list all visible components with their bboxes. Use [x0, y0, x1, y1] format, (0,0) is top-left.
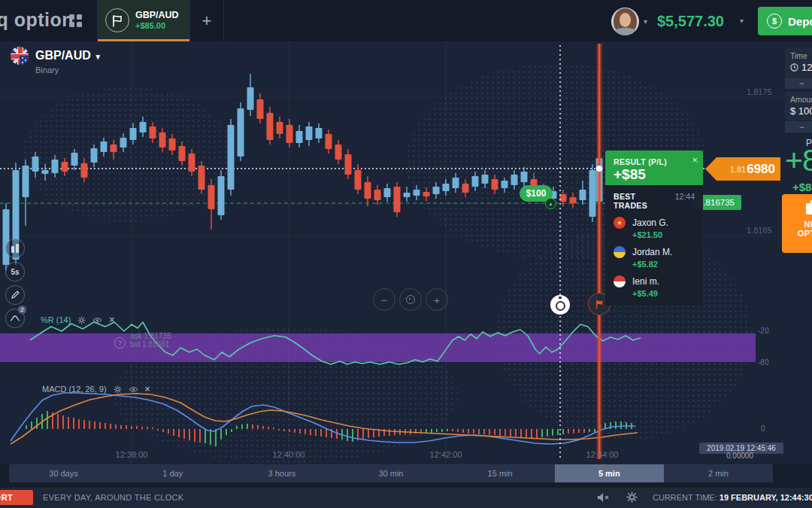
amount-widget[interactable]: Amount $ 100: [785, 92, 812, 120]
candle-body: [238, 108, 244, 157]
tab-gbp-aud[interactable]: GBP/AUD +$85.00: [98, 0, 189, 41]
zoom-in-button[interactable]: +: [426, 288, 448, 311]
timeframe-30-days[interactable]: 30 days: [9, 464, 118, 482]
timeframe-2-min[interactable]: 2 min: [664, 464, 773, 482]
current-time-value: 19 FEBRUARY, 12:44:30: [720, 493, 812, 502]
balance[interactable]: $5,577.30: [657, 13, 724, 30]
stopwatch-icon: [556, 301, 565, 311]
pair-name: GBP/AUD ▼: [35, 49, 102, 62]
result-panel: RESULT (P/L) × +$85 BEST TRADES 12:44 ★J…: [605, 151, 703, 306]
candle-body: [589, 170, 596, 217]
result-amount: +$85: [614, 166, 646, 183]
time-value: 12:45:00: [801, 62, 812, 73]
recenter-button[interactable]: [399, 288, 422, 311]
instrument-header[interactable]: GBP/AUD ▼ Binary: [11, 47, 102, 75]
balance-caret-icon[interactable]: ▾: [740, 17, 744, 25]
candle-body: [374, 190, 381, 200]
amount-minus-button[interactable]: −: [785, 121, 812, 132]
vietnam-flag-icon: ★: [614, 217, 626, 229]
candle-body: [101, 141, 108, 152]
candle-body: [423, 192, 430, 196]
candle-body: [296, 131, 303, 143]
timeframe-1-day[interactable]: 1 day: [118, 464, 227, 482]
timeframe-30-min[interactable]: 30 min: [336, 464, 445, 482]
best-trade-row: ★Jaxon G.+$21.50: [614, 217, 695, 239]
top-bar: iq option GBP/AUD +$85.00 + ▾ $5,577.30 …: [0, 0, 812, 42]
indonesia-flag-icon: [614, 275, 626, 287]
deposit-coin-icon: $: [767, 14, 782, 29]
best-trade-row: Jordan M.+$5.82: [614, 246, 695, 269]
amount-label: Amount: [790, 95, 812, 104]
current-price-dot: [596, 166, 602, 172]
settings-gear-icon[interactable]: [626, 491, 638, 506]
flag-pennant-icon: [105, 8, 129, 32]
amount-value: $ 100: [790, 105, 812, 117]
avatar-caret-icon[interactable]: ▾: [644, 17, 647, 26]
indicator-count-badge: 2: [18, 306, 26, 314]
candles-icon: [11, 244, 19, 253]
candle-body: [492, 179, 498, 190]
candle-body: [52, 160, 59, 173]
candle-body: [326, 134, 332, 149]
macd-settings-icon[interactable]: [114, 385, 122, 394]
candle-body: [453, 178, 459, 188]
macd-close-icon[interactable]: ×: [145, 384, 150, 394]
candle-body: [130, 128, 137, 140]
apps-grid-icon[interactable]: [69, 14, 82, 27]
trading-platform: iq option GBP/AUD +$85.00 + ▾ $5,577.30 …: [0, 0, 812, 508]
candle-body: [208, 185, 215, 209]
candle-body: [306, 126, 313, 140]
time-axis-label: 12:40:00: [273, 450, 305, 459]
candle-body: [42, 170, 49, 174]
time-minus-button[interactable]: −: [785, 78, 812, 89]
timeframe-3-hours[interactable]: 3 hours: [227, 464, 336, 482]
candle-body: [462, 184, 469, 193]
support-badge[interactable]: SUPPORT: [0, 490, 33, 505]
avatar[interactable]: [611, 8, 639, 35]
draw-tools-button[interactable]: [5, 285, 25, 305]
candle-body: [433, 187, 440, 194]
candle-body: [394, 187, 401, 212]
ukraine-flag-icon: [614, 246, 626, 258]
macd-indicator-header: MACD (12, 26, 9) ×: [42, 384, 150, 394]
timeframe-15-min[interactable]: 15 min: [446, 464, 555, 482]
purchase-time-marker: [550, 295, 570, 315]
crosshair-value: 0.00000: [726, 452, 753, 460]
candle-body: [414, 190, 420, 196]
close-icon[interactable]: ×: [692, 154, 698, 166]
time-axis-label: 12:44:00: [586, 450, 619, 459]
zoom-out-button[interactable]: −: [373, 288, 395, 311]
macd-axis-label: 0: [761, 424, 765, 433]
expiry-time-widget[interactable]: Time 12:45:00: [785, 48, 812, 77]
ask-bid-quote: ask 1.81735bid 1.81661: [130, 332, 171, 348]
chart-type-button[interactable]: [5, 239, 25, 258]
help-icon[interactable]: ?: [114, 337, 126, 348]
pair-dropdown-icon[interactable]: ▼: [94, 53, 102, 61]
time-axis-label: 12:38:00: [116, 450, 148, 459]
candle-interval-button[interactable]: 5s: [5, 262, 25, 281]
sound-muted-icon[interactable]: [597, 492, 609, 506]
wpr-close-icon[interactable]: ×: [109, 315, 114, 325]
pencil-icon: [11, 291, 20, 300]
wpr-visibility-icon[interactable]: [92, 317, 102, 324]
clock-icon: [790, 63, 798, 71]
deposit-button[interactable]: $ Deposit: [758, 7, 812, 35]
indicators-button[interactable]: 2: [5, 309, 25, 328]
candle-body: [521, 172, 528, 182]
candle-body: [404, 193, 411, 197]
price-axis-label: 1.8175: [747, 87, 772, 96]
candle-body: [286, 125, 293, 143]
timeframe-5-min[interactable]: 5 min: [555, 464, 664, 482]
gbp-aud-flag-icon: [11, 47, 29, 65]
candle-body: [140, 122, 147, 132]
result-header: RESULT (P/L) × +$85: [605, 151, 703, 185]
best-trades-panel: BEST TRADES 12:44 ★Jaxon G.+$21.50Jordan…: [605, 185, 703, 306]
wpr-settings-icon[interactable]: [77, 316, 86, 324]
new-option-button[interactable]: NEW OPTION: [782, 194, 812, 253]
timeframe-bar: 30 days1 day3 hours30 min15 min5 min2 mi…: [9, 464, 773, 482]
candle-body: [560, 194, 567, 202]
divider: [223, 0, 224, 41]
add-asset-button[interactable]: +: [190, 0, 223, 41]
trader-profit: +$5.49: [632, 289, 695, 298]
macd-visibility-icon[interactable]: [129, 386, 138, 393]
